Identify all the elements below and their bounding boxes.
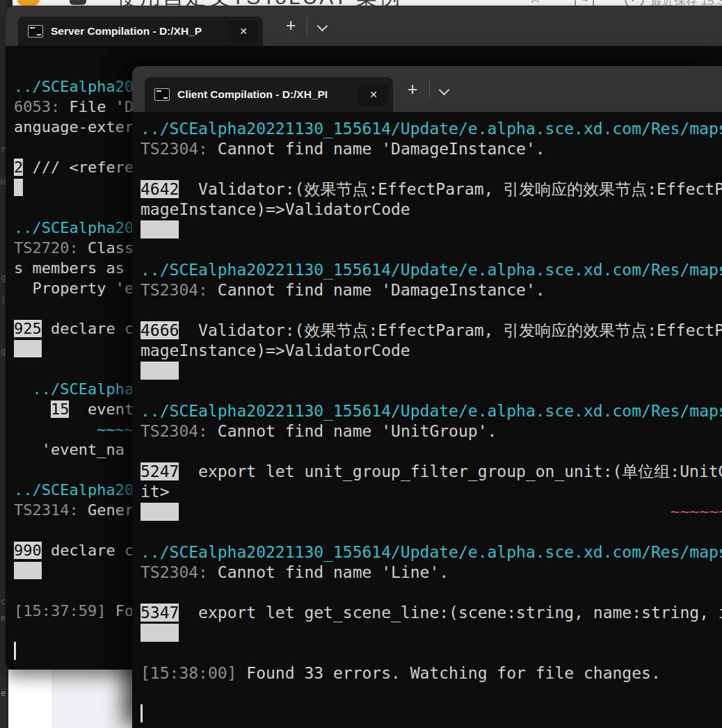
- file-path-text: ../SCEalpha20: [14, 481, 134, 499]
- clipped-background-glyph: g: [1, 273, 6, 282]
- terminal-line: it>: [141, 482, 722, 502]
- terminal-text: event: [69, 401, 134, 418]
- terminal-line: 5247 export let unit_group_filter_group_…: [141, 462, 722, 482]
- tab-server-compilation[interactable]: Server Compilation - D:/XH_P ✕: [18, 17, 263, 46]
- terminal-text: mageInstance)=>ValidatorCode: [141, 200, 410, 218]
- terminal-line: ../SCEalpha20221130_155614/Update/e.alph…: [141, 260, 722, 280]
- file-path-text: ../SCEalpha20: [14, 78, 134, 95]
- terminal-text: TS2304:: [141, 563, 208, 581]
- file-path-text: ../SCEalpha: [14, 380, 134, 398]
- clipped-background-glyph: g: [1, 346, 6, 356]
- terminal-text: declare c: [42, 542, 134, 559]
- terminal-text: [14, 401, 51, 418]
- terminal-line: [141, 683, 722, 704]
- close-tab-button[interactable]: ✕: [358, 83, 389, 106]
- chevron-down-icon[interactable]: [314, 18, 330, 35]
- chevron-down-icon[interactable]: [435, 82, 452, 99]
- terminal-line: TS2304: Cannot find name 'Line'.: [141, 563, 722, 583]
- terminal-line: [15:38:00] Found 33 errors. Watching for…: [141, 663, 722, 683]
- line-number: [14, 340, 42, 357]
- terminal-line: ../SCEalpha20221130_155614/Update/e.alph…: [141, 542, 722, 563]
- terminal-text: Cannot find name 'DamageInstance'.: [208, 281, 545, 299]
- terminal-text: [15:37:59]: [14, 602, 106, 620]
- terminal-line: TS2304: Cannot find name 'UnitGroup'.: [141, 421, 722, 442]
- tabbar-separator: [307, 17, 307, 35]
- line-number: 4666: [141, 321, 179, 339]
- terminal-line: ~~~~~~~~: [141, 502, 722, 522]
- terminal-text: Validator:(效果节点:EffectParam, 引发响应的效果节点:E…: [179, 321, 722, 339]
- terminal-line: [141, 240, 722, 260]
- terminal-text: declare c: [42, 320, 134, 337]
- tabbar-separator: [429, 81, 430, 98]
- terminal-text: 'event_na: [14, 441, 125, 458]
- terminal-icon: [28, 25, 43, 38]
- terminal-text: 6053:: [14, 98, 60, 115]
- line-number: 15: [51, 401, 70, 418]
- clipped-background-glyph: r: [1, 145, 6, 154]
- terminal-line: [141, 220, 722, 240]
- terminal-cursor: [14, 642, 16, 660]
- terminal-line: [141, 583, 722, 603]
- tab-client-compilation[interactable]: Client Compilation - D:/XH_PI ✕: [145, 77, 393, 112]
- line-number: [141, 503, 179, 521]
- terminal-line: 4666 Validator:(效果节点:EffectParam, 引发响应的效…: [141, 321, 722, 341]
- file-path-text: ../SCEalpha20221130_155614/Update/e.alph…: [141, 402, 722, 420]
- line-number: 2: [14, 159, 23, 176]
- file-path-text: ../SCEalpha20: [14, 219, 134, 236]
- file-path-text: ../SCEalpha20221130_155614/Update/e.alph…: [141, 120, 722, 138]
- terminal-text: Cannot find name 'UnitGroup'.: [208, 422, 497, 440]
- line-number: 990: [14, 542, 42, 559]
- terminal-line: [141, 381, 722, 401]
- terminal-line: ../SCEalpha20221130_155614/Update/e.alph…: [141, 401, 722, 421]
- toolbar-icon[interactable]: [70, 0, 86, 5]
- line-number: 5347: [141, 604, 179, 622]
- line-number: [14, 179, 23, 196]
- terminal-line: [141, 623, 722, 643]
- terminal-text: File 'D: [60, 98, 134, 115]
- terminal-text: export let get_scene_line:(scene:string,…: [179, 604, 722, 622]
- file-path-text: ../SCEalpha20221130_155614/Update/e.alph…: [141, 543, 722, 561]
- terminal-line: mageInstance)=>ValidatorCode: [141, 200, 722, 220]
- client-tab-bar: Client Compilation - D:/XH_PI ✕ +: [132, 66, 722, 112]
- terminal-line: TS2304: Cannot find name 'DamageInstance…: [141, 139, 722, 159]
- terminal-text: s members as: [14, 259, 134, 277]
- background-app-surface: [8, 670, 51, 728]
- background-app-panel: [51, 670, 132, 728]
- terminal-text: Property 'e: [14, 280, 134, 297]
- terminal-line: [141, 704, 722, 724]
- terminal-text: [15:38:00]: [141, 664, 236, 682]
- favorite-star-icon[interactable]: ★: [17, 0, 40, 6]
- clipped-background-glyph: e: [1, 688, 6, 698]
- new-tab-button[interactable]: +: [401, 79, 424, 101]
- terminal-line: [141, 643, 722, 663]
- client-terminal-window: Client Compilation - D:/XH_PI ✕ + ../SCE…: [132, 66, 722, 728]
- terminal-text: Cannot find name 'DamageInstance'.: [208, 140, 545, 158]
- terminal-line: TS2304: Cannot find name 'DamageInstance…: [141, 280, 722, 300]
- terminal-text: TS2304:: [141, 422, 208, 440]
- terminal-text: Gener: [79, 501, 134, 519]
- terminal-line: 4642 Validator:(效果节点:EffectParam, 引发响应的效…: [141, 179, 722, 200]
- terminal-text: [179, 503, 670, 521]
- clipped-background-glyph: c: [1, 597, 6, 606]
- file-path-text: ../SCEalpha20221130_155614/Update/e.alph…: [141, 261, 722, 279]
- line-number: 5247: [141, 462, 179, 480]
- terminal-text: anguage-exter: [14, 118, 134, 136]
- tab-title: Client Compilation - D:/XH_PI: [177, 88, 351, 101]
- terminal-line: [141, 522, 722, 542]
- clipped-background-glyph: H: [1, 177, 6, 187]
- line-number: [141, 624, 179, 642]
- line-number: 925: [14, 320, 42, 337]
- terminal-line: [141, 159, 722, 179]
- new-tab-button[interactable]: +: [280, 15, 302, 37]
- server-tab-bar: Server Compilation - D:/XH_P ✕ +: [6, 6, 722, 46]
- terminal-line: ../SCEalpha20221130_155614/Update/e.alph…: [141, 119, 722, 139]
- line-number: 4642: [141, 180, 179, 198]
- terminal-text: it>: [141, 483, 170, 501]
- terminal-text: ~~~~~~~~: [671, 503, 722, 521]
- close-tab-button[interactable]: ✕: [228, 20, 259, 42]
- terminal-text: TS2304:: [141, 281, 208, 299]
- terminal-text: TS2720:: [14, 239, 79, 257]
- client-terminal-output[interactable]: ../SCEalpha20221130_155614/Update/e.alph…: [132, 112, 722, 728]
- terminal-text: TS2304:: [141, 140, 208, 158]
- terminal-text: Validator:(效果节点:EffectParam, 引发响应的效果节点:E…: [179, 180, 722, 198]
